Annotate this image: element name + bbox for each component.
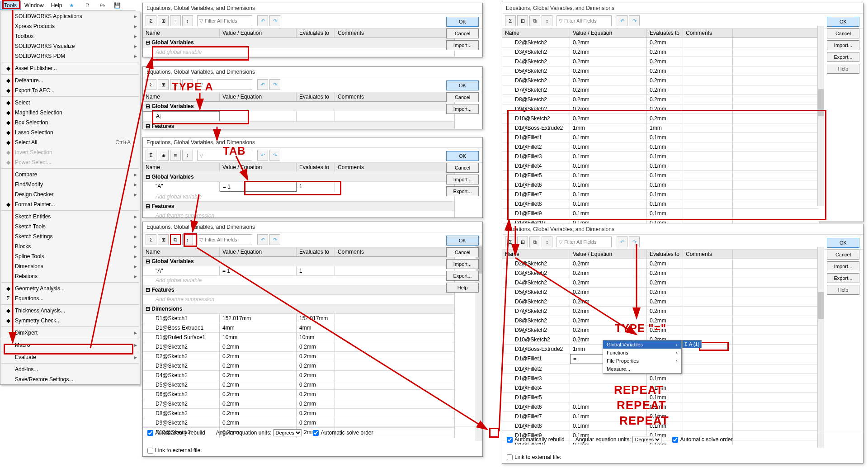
scrollbar[interactable] — [817, 247, 824, 448]
tree-view-icon[interactable]: ⊞ — [158, 150, 169, 161]
table-row[interactable]: D1@Boss-Extrude14mm4mm — [143, 323, 455, 333]
redo-icon[interactable]: ↷ — [269, 234, 280, 245]
table-row[interactable]: D1@Fillet60.1mm0.1mm — [502, 180, 819, 190]
open-doc-icon[interactable]: 🗁 — [96, 1, 108, 9]
table-row[interactable]: D4@Sketch20.2mm0.2mm — [143, 371, 455, 380]
menu-item[interactable]: Xpress Products▸ — [0, 21, 140, 31]
cancel-button[interactable]: Cancel — [446, 28, 479, 38]
sort-icon[interactable]: ↕ — [182, 79, 193, 90]
table-row[interactable]: D6@Sketch20.2mm0.2mm — [502, 76, 819, 85]
table-row[interactable]: D1@Boss-Extrude21mm1mm — [502, 123, 819, 133]
table-row[interactable]: D1@Fillet40.1mm — [502, 383, 819, 393]
undo-icon[interactable]: ↶ — [257, 79, 268, 90]
table-row[interactable]: D5@Sketch20.2mm0.2mm — [502, 66, 819, 76]
help-button[interactable]: Help — [827, 285, 859, 295]
dim-view-icon[interactable]: ⧉ — [529, 15, 540, 26]
undo-icon[interactable]: ↶ — [617, 15, 627, 26]
import-button[interactable]: Import... — [446, 104, 479, 114]
table-row[interactable]: D8@Sketch20.2mm0.2mm — [143, 409, 455, 418]
sigma-view-icon[interactable]: Σ — [146, 15, 156, 26]
table-row[interactable]: D2@Sketch20.2mm0.2mm — [502, 259, 819, 269]
menu-item[interactable]: ΣEquations... — [0, 293, 140, 303]
table-row[interactable]: D1@Fillet20.1mm0.1mm — [502, 142, 819, 152]
filter-input[interactable] — [205, 237, 250, 242]
ok-button[interactable]: OK — [446, 17, 479, 27]
new-doc-icon[interactable]: 🗋 — [81, 1, 94, 9]
table-row[interactable]: D1@Fillet50.1mm — [502, 393, 819, 402]
tree-view-icon[interactable]: ⊞ — [517, 15, 528, 26]
export-button[interactable]: Export... — [446, 186, 479, 196]
import-button[interactable]: Import... — [446, 259, 479, 269]
ctx-flyout-a[interactable]: Σ A (1) — [682, 340, 702, 348]
table-row[interactable]: D2@Sketch20.2mm0.2mm — [502, 38, 819, 47]
ctx-functions[interactable]: Functions› — [603, 349, 681, 357]
table-row[interactable]: D1@Fillet30.1mm0.1mm — [502, 152, 819, 161]
menu-item[interactable]: SOLIDWORKS PDM▸ — [0, 51, 140, 61]
filter-input[interactable] — [564, 239, 609, 245]
tree-view-icon[interactable]: ⊞ — [158, 234, 169, 245]
save-icon[interactable]: 💾 — [110, 1, 124, 9]
scrollbar[interactable] — [817, 26, 824, 206]
redo-icon[interactable]: ↷ — [629, 236, 640, 247]
table-row[interactable]: D1@Fillet50.1mm0.1mm — [502, 171, 819, 180]
table-row[interactable]: "A"= 11 — [143, 266, 455, 276]
table-row[interactable]: D10@Sketch20.2mm0.2mm — [502, 114, 819, 123]
menu-item[interactable]: ◆Thickness Analysis... — [0, 306, 140, 316]
table-row[interactable]: D8@Sketch20.2mm0.2mm — [502, 95, 819, 104]
menu-item[interactable]: ◆Select AllCtrl+A — [0, 137, 140, 147]
table-row[interactable]: D5@Sketch20.2mm0.2mm — [502, 288, 819, 297]
tree-view-icon[interactable]: ⊞ — [517, 236, 528, 247]
table-row[interactable]: D1@Fillet100.1mm0.1mm — [502, 218, 819, 223]
menu-item[interactable]: Evaluate▸ — [0, 352, 140, 362]
dim-view-icon[interactable]: ⧉ — [529, 236, 540, 247]
sigma-view-icon[interactable]: Σ — [505, 15, 516, 26]
table-row[interactable]: D1@Fillet80.1mm0.1mm — [502, 199, 819, 209]
redo-icon[interactable]: ↷ — [629, 15, 640, 26]
import-button[interactable]: Import... — [446, 175, 479, 184]
dim-view-icon[interactable]: ⧉ — [170, 234, 181, 245]
auto-solve-check[interactable]: Automatic solve order — [313, 430, 373, 436]
menu-tools[interactable]: Tools — [0, 1, 21, 10]
ok-button[interactable]: OK — [446, 151, 479, 161]
filter-input[interactable] — [205, 18, 250, 24]
help-button[interactable]: Help — [446, 283, 479, 293]
ctx-file-properties[interactable]: File Properties› — [603, 357, 681, 365]
table-row[interactable]: D1@Sketch20.2mm0.2mm — [143, 342, 455, 352]
auto-rebuild-check[interactable]: Automatically rebuild — [507, 436, 565, 443]
table-row[interactable]: D9@Sketch20.2mm0.2mm — [502, 104, 819, 114]
menu-bar[interactable]: Tools Window Help ★ 🗋 🗁 💾 — [0, 0, 136, 11]
help-button[interactable]: Help — [827, 64, 859, 74]
filter-input[interactable] — [205, 82, 250, 87]
menu-item[interactable]: Add-Ins... — [0, 364, 140, 374]
table-row[interactable]: D7@Sketch20.2mm0.2mm — [502, 307, 819, 316]
menu-item[interactable]: Sketch Settings▸ — [0, 232, 140, 241]
menu-item[interactable]: ◆Geometry Analysis... — [0, 284, 140, 293]
export-button[interactable]: Export... — [827, 273, 859, 283]
tree-view-icon[interactable]: ⊞ — [158, 79, 169, 90]
undo-icon[interactable]: ↶ — [257, 15, 268, 26]
table-row[interactable]: D1@Fillet60.1mm0.1mm — [502, 402, 819, 412]
menu-item[interactable]: SOLIDWORKS Visualize▸ — [0, 41, 140, 51]
menu-item[interactable]: Sketch Tools▸ — [0, 222, 140, 232]
table-row[interactable]: D2@Sketch20.2mm0.2mm — [143, 352, 455, 361]
ok-button[interactable]: OK — [827, 238, 859, 248]
menu-item[interactable]: Compare▸ — [0, 170, 140, 180]
list-view-icon[interactable]: ≡ — [170, 150, 181, 161]
import-button[interactable]: Import... — [827, 40, 859, 50]
table-row[interactable]: D1@Ruled Surface110mm10mm — [143, 333, 455, 342]
cancel-button[interactable]: Cancel — [827, 28, 859, 38]
menu-item[interactable]: Design Checker▸ — [0, 189, 140, 199]
menu-item[interactable]: Save/Restore Settings... — [0, 374, 140, 384]
table-row[interactable]: D3@Sketch20.2mm0.2mm — [143, 361, 455, 371]
redo-icon[interactable]: ↷ — [269, 79, 280, 90]
table-row[interactable]: D8@Sketch20.2mm0.2mm — [502, 316, 819, 326]
menu-item[interactable]: Blocks▸ — [0, 241, 140, 251]
table-row[interactable]: D1@Fillet70.1mm0.1mm — [502, 412, 819, 421]
table-row[interactable]: D6@Sketch20.2mm0.2mm — [502, 297, 819, 307]
tree-view-icon[interactable]: ⊞ — [158, 15, 169, 26]
export-button[interactable]: Export... — [827, 52, 859, 62]
undo-icon[interactable]: ↶ — [257, 150, 268, 161]
ok-button[interactable]: OK — [446, 80, 479, 90]
menu-item[interactable]: ◆Export To AEC... — [0, 85, 140, 95]
table-row[interactable]: D1@Fillet30.1mm — [502, 374, 819, 383]
